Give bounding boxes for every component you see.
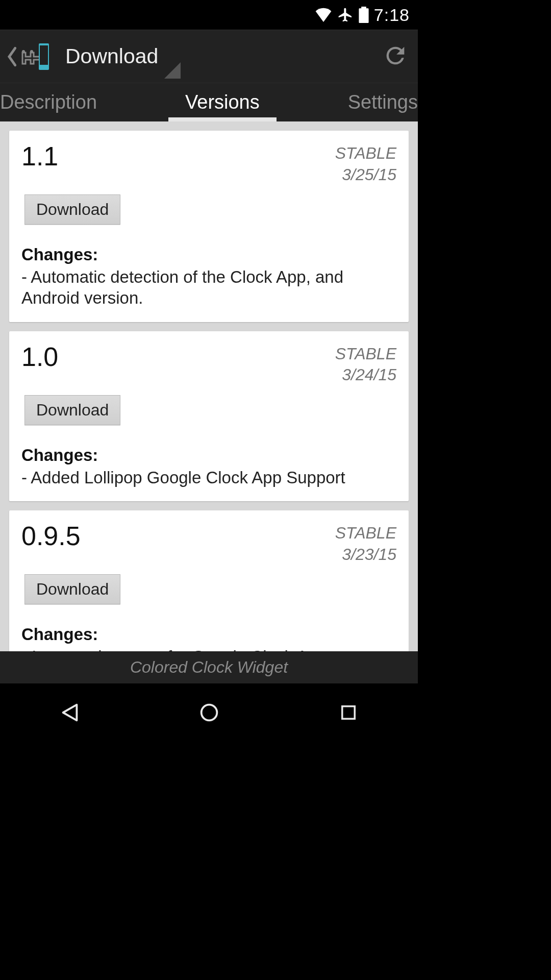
version-stability: STABLE (335, 344, 396, 365)
changes-text: - Added Lollipop Google Clock App Suppor… (21, 467, 396, 488)
airplane-icon (337, 7, 354, 23)
xposed-app-icon (19, 40, 52, 73)
nav-recents-icon (338, 702, 359, 725)
version-stability: STABLE (335, 143, 396, 164)
action-bar-title[interactable]: Download (65, 44, 158, 68)
download-button[interactable]: Download (24, 194, 120, 225)
svg-point-3 (30, 50, 33, 53)
download-button[interactable]: Download (24, 395, 120, 425)
tab-bar: Description Versions Settings (0, 83, 418, 121)
battery-icon (359, 7, 369, 23)
svg-rect-5 (342, 706, 355, 719)
svg-rect-1 (40, 45, 48, 65)
version-date: 3/25/15 (335, 164, 396, 186)
nav-home-button[interactable] (179, 698, 240, 729)
nav-home-icon (197, 701, 221, 726)
back-button[interactable] (7, 30, 52, 83)
status-clock: 7:18 (374, 5, 410, 25)
spinner-dropdown-icon[interactable] (164, 62, 181, 81)
nav-recents-button[interactable] (318, 698, 379, 729)
back-chevron-icon (7, 46, 16, 67)
tab-label: Versions (185, 91, 260, 113)
tab-label: Description (0, 91, 97, 113)
refresh-icon (382, 42, 409, 71)
nav-back-button[interactable] (39, 698, 101, 729)
version-stability: STABLE (335, 523, 396, 544)
action-bar: Download (0, 30, 418, 83)
tab-versions[interactable]: Versions (112, 83, 333, 121)
navigation-bar (0, 683, 418, 743)
tab-indicator (168, 117, 277, 121)
svg-point-2 (22, 50, 25, 53)
version-card: 1.1 STABLE 3/25/15 Download Changes: - A… (9, 131, 409, 322)
version-number: 1.1 (21, 143, 58, 169)
status-bar: 7:18 (0, 0, 418, 30)
changes-heading: Changes: (21, 625, 396, 644)
nav-back-icon (58, 701, 82, 726)
module-name-bar: Colored Clock Widget (0, 651, 418, 683)
tab-description[interactable]: Description (0, 83, 112, 121)
version-number: 0.9.5 (21, 523, 81, 549)
version-number: 1.0 (21, 344, 58, 370)
changes-heading: Changes: (21, 245, 396, 264)
changes-text: - Automatic detection of the Clock App, … (21, 266, 396, 309)
version-card: 1.0 STABLE 3/24/15 Download Changes: - A… (9, 331, 409, 501)
svg-point-4 (201, 704, 217, 720)
refresh-button[interactable] (380, 41, 411, 72)
tab-settings[interactable]: Settings (333, 83, 418, 121)
wifi-icon (315, 8, 332, 22)
versions-list[interactable]: 1.1 STABLE 3/25/15 Download Changes: - A… (0, 121, 418, 743)
module-name: Colored Clock Widget (130, 658, 288, 677)
tab-label: Settings (348, 91, 418, 113)
version-date: 3/23/15 (335, 544, 396, 566)
changes-heading: Changes: (21, 446, 396, 465)
version-date: 3/24/15 (335, 364, 396, 386)
download-button[interactable]: Download (24, 574, 120, 604)
